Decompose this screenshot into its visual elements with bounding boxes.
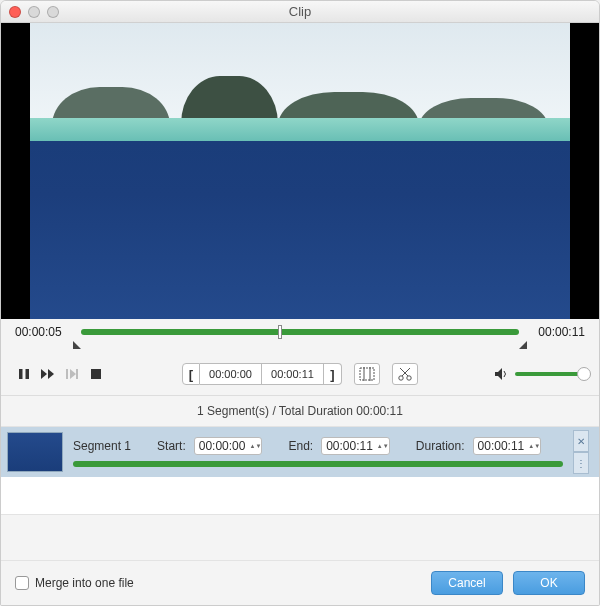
set-in-button[interactable]: [ — [182, 363, 200, 385]
close-icon[interactable] — [9, 6, 21, 18]
svg-marker-3 — [48, 369, 54, 379]
timeline-row: 00:00:05 00:00:11 — [1, 319, 599, 341]
svg-rect-0 — [19, 369, 23, 379]
stepper-arrows-icon[interactable]: ▲▼ — [528, 439, 536, 453]
stop-button[interactable] — [87, 365, 105, 383]
next-frame-button[interactable] — [63, 365, 81, 383]
segment-name: Segment 1 — [73, 439, 131, 453]
svg-point-11 — [399, 376, 403, 380]
footer: Merge into one file Cancel OK — [1, 560, 599, 605]
window-controls — [1, 6, 59, 18]
window-title: Clip — [1, 4, 599, 19]
segments-header: 1 Segment(s) / Total Duration 00:00:11 — [1, 396, 599, 427]
end-stepper[interactable]: 00:00:11 ▲▼ — [321, 437, 390, 455]
in-timecode[interactable]: 00:00:00 — [200, 363, 262, 385]
segment-row[interactable]: Segment 1 Start: 00:00:00 ▲▼ End: 00:00:… — [1, 427, 599, 477]
volume-thumb[interactable] — [577, 367, 591, 381]
set-out-button[interactable]: ] — [324, 363, 342, 385]
zoom-icon[interactable] — [47, 6, 59, 18]
trim-handles-row — [1, 341, 599, 357]
duration-stepper[interactable]: 00:00:11 ▲▼ — [473, 437, 542, 455]
svg-rect-6 — [76, 369, 78, 379]
seek-thumb[interactable] — [278, 325, 282, 339]
trim-bracket-group: [ 00:00:00 00:00:11 ] — [182, 363, 342, 385]
clip-window: Clip 00:00:05 00:00:11 — [0, 0, 600, 606]
cancel-button[interactable]: Cancel — [431, 571, 503, 595]
merge-label: Merge into one file — [35, 576, 134, 590]
checkbox-icon[interactable] — [15, 576, 29, 590]
merge-checkbox[interactable]: Merge into one file — [15, 576, 134, 590]
video-preview[interactable] — [30, 23, 570, 319]
volume-icon[interactable] — [495, 368, 509, 380]
svg-marker-2 — [41, 369, 47, 379]
out-timecode[interactable]: 00:00:11 — [262, 363, 324, 385]
svg-rect-7 — [91, 369, 101, 379]
svg-marker-15 — [495, 368, 502, 380]
volume-slider[interactable] — [515, 372, 585, 376]
svg-line-13 — [402, 368, 410, 376]
seek-slider[interactable] — [81, 329, 519, 335]
fast-forward-button[interactable] — [39, 365, 57, 383]
stepper-arrows-icon[interactable]: ▲▼ — [249, 439, 257, 453]
svg-point-12 — [407, 376, 411, 380]
svg-rect-8 — [360, 368, 374, 380]
trim-out-handle[interactable] — [519, 341, 527, 349]
cut-button[interactable] — [392, 363, 418, 385]
duration-label: Duration: — [416, 439, 465, 453]
segment-drag-handle[interactable]: ⋮ — [573, 452, 589, 474]
crop-button[interactable] — [354, 363, 380, 385]
minimize-icon[interactable] — [28, 6, 40, 18]
pause-button[interactable] — [15, 365, 33, 383]
svg-marker-5 — [70, 369, 76, 379]
segment-fields: Segment 1 Start: 00:00:00 ▲▼ End: 00:00:… — [73, 437, 563, 467]
duration-value: 00:00:11 — [478, 439, 525, 453]
end-value: 00:00:11 — [326, 439, 373, 453]
start-label: Start: — [157, 439, 186, 453]
svg-rect-1 — [26, 369, 30, 379]
current-time-label: 00:00:05 — [15, 325, 73, 339]
titlebar[interactable]: Clip — [1, 1, 599, 23]
end-label: End: — [288, 439, 313, 453]
segments-list: Segment 1 Start: 00:00:00 ▲▼ End: 00:00:… — [1, 427, 599, 515]
ok-button[interactable]: OK — [513, 571, 585, 595]
trim-in-handle[interactable] — [73, 341, 81, 349]
volume-control — [495, 368, 585, 380]
segment-side-buttons: ✕ ⋮ — [573, 430, 589, 474]
svg-line-14 — [400, 368, 408, 376]
playback-controls: [ 00:00:00 00:00:11 ] — [1, 357, 599, 396]
total-time-label: 00:00:11 — [527, 325, 585, 339]
segment-range-bar[interactable] — [73, 461, 563, 467]
start-value: 00:00:00 — [199, 439, 246, 453]
svg-rect-4 — [66, 369, 68, 379]
remove-segment-button[interactable]: ✕ — [573, 430, 589, 452]
stepper-arrows-icon[interactable]: ▲▼ — [377, 439, 385, 453]
segment-thumbnail — [7, 432, 63, 472]
video-preview-area — [1, 23, 599, 319]
start-stepper[interactable]: 00:00:00 ▲▼ — [194, 437, 263, 455]
